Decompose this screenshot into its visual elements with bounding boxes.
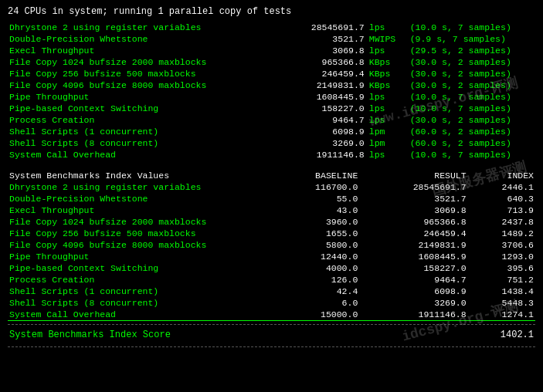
index-result: 2149831.9 [359,239,467,251]
index-row: Shell Scripts (8 concurrent) 6.0 3269.0 … [8,297,535,309]
index-result: 6098.9 [359,286,467,297]
bench-unit: lps [366,114,404,126]
bench-unit: lps [366,22,404,33]
bench-label: Double-Precision Whetstone [8,33,298,45]
bench-row: Process Creation 9464.7 lps (30.0 s, 2 s… [8,114,535,126]
score-divider [8,324,535,325]
bench-value: 246459.4 [298,68,366,79]
bench-row: Double-Precision Whetstone 3521.7 MWIPS … [8,33,535,45]
index-index: 1274.1 [468,309,535,321]
index-index: 1293.0 [468,251,535,262]
bench-label: File Copy 256 bufsize 500 maxblocks [8,68,298,79]
bench-detail: (30.0 s, 2 samples) [404,114,535,126]
bench-row: Execl Throughput 3069.8 lps (29.5 s, 2 s… [8,45,535,56]
bench-label: Execl Throughput [8,45,298,56]
score-value: 1402.1 [501,329,534,340]
index-baseline: 116700.0 [272,181,360,193]
index-row: File Copy 1024 bufsize 2000 maxblocks 39… [8,216,535,228]
index-row: File Copy 256 bufsize 500 maxblocks 1655… [8,228,535,239]
index-label: File Copy 1024 bufsize 2000 maxblocks [8,216,272,228]
bench-value: 28545691.7 [298,22,366,33]
benchmark-table: Dhrystone 2 using register variables 285… [8,22,535,161]
index-baseline: 1655.0 [272,228,360,239]
main-container: www.idcspy.org-评测 国外服务器评测 idcspy.org-评测 … [0,0,543,392]
index-index: 2446.1 [468,181,535,193]
index-row: Execl Throughput 43.0 3069.8 713.9 [8,204,535,216]
index-label: Execl Throughput [8,204,272,216]
bench-unit: KBps [366,56,404,68]
index-label: Process Creation [8,274,272,286]
index-baseline: 15000.0 [272,309,360,321]
bench-row: Dhrystone 2 using register variables 285… [8,22,535,33]
bench-value: 1608445.9 [298,91,366,103]
bench-label: Process Creation [8,114,298,126]
result-header: RESULT [359,170,467,181]
bottom-divider [8,346,535,347]
bench-value: 3269.0 [298,137,366,149]
bench-unit: lps [366,91,404,103]
bench-value: 6098.9 [298,126,366,137]
bench-row: File Copy 1024 bufsize 2000 maxblocks 96… [8,56,535,68]
index-row: Pipe Throughput 12440.0 1608445.9 1293.0 [8,251,535,262]
index-label: Shell Scripts (1 concurrent) [8,286,272,297]
bench-label: File Copy 1024 bufsize 2000 maxblocks [8,56,298,68]
index-label: Dhrystone 2 using register variables [8,181,272,193]
index-index: 5448.3 [468,297,535,309]
bench-label: Pipe Throughput [8,91,298,103]
bench-detail: (29.5 s, 2 samples) [404,45,535,56]
bench-row: Shell Scripts (8 concurrent) 3269.0 lpm … [8,137,535,149]
index-label: System Call Overhead [8,309,272,321]
index-header: INDEX [468,170,535,181]
bench-detail: (10.0 s, 7 samples) [404,22,535,33]
index-baseline: 5800.0 [272,239,360,251]
bench-detail: (30.0 s, 2 samples) [404,56,535,68]
index-index: 1489.2 [468,228,535,239]
index-result: 3269.0 [359,297,467,309]
baseline-header: BASELINE [272,170,360,181]
bench-label: Shell Scripts (1 concurrent) [8,126,298,137]
bench-label: Shell Scripts (8 concurrent) [8,137,298,149]
bench-label: Pipe-based Context Switching [8,103,298,114]
score-label: System Benchmarks Index Score [9,329,171,340]
bench-label: Dhrystone 2 using register variables [8,22,298,33]
bench-row: Pipe Throughput 1608445.9 lps (10.0 s, 7… [8,91,535,103]
bench-detail: (60.0 s, 2 samples) [404,137,535,149]
index-index: 2437.8 [468,216,535,228]
index-result: 3521.7 [359,193,467,204]
index-baseline: 3960.0 [272,216,360,228]
index-row: Dhrystone 2 using register variables 116… [8,181,535,193]
bench-value: 9464.7 [298,114,366,126]
index-index: 1438.4 [468,286,535,297]
index-label: Double-Precision Whetstone [8,193,272,204]
bench-detail: (30.0 s, 2 samples) [404,68,535,79]
index-baseline: 43.0 [272,204,360,216]
bench-label: File Copy 4096 bufsize 8000 maxblocks [8,79,298,91]
index-result: 1608445.9 [359,251,467,262]
index-result: 246459.4 [359,228,467,239]
bench-value: 158227.0 [298,103,366,114]
index-result: 158227.0 [359,262,467,274]
bench-value: 3069.8 [298,45,366,56]
bench-detail: (10.0 s, 7 samples) [404,103,535,114]
bench-value: 3521.7 [298,33,366,45]
bench-row: Pipe-based Context Switching 158227.0 lp… [8,103,535,114]
bench-unit: lps [366,149,404,161]
index-label: Pipe Throughput [8,251,272,262]
bench-row: Shell Scripts (1 concurrent) 6098.9 lpm … [8,126,535,137]
index-label: Shell Scripts (8 concurrent) [8,297,272,309]
bench-unit: KBps [366,68,404,79]
index-result: 9464.7 [359,274,467,286]
bench-value: 965366.8 [298,56,366,68]
bench-unit: lps [366,45,404,56]
bench-unit: lps [366,103,404,114]
index-row: Shell Scripts (1 concurrent) 42.4 6098.9… [8,286,535,297]
index-row: File Copy 4096 bufsize 8000 maxblocks 58… [8,239,535,251]
index-index: 640.3 [468,193,535,204]
index-index: 3706.6 [468,239,535,251]
index-result: 28545691.7 [359,181,467,193]
index-table: System Benchmarks Index Values BASELINE … [8,170,535,321]
index-baseline: 126.0 [272,274,360,286]
bench-detail: (30.0 s, 2 samples) [404,79,535,91]
index-row: System Call Overhead 15000.0 1911146.8 1… [8,309,535,321]
bench-unit: lpm [366,137,404,149]
